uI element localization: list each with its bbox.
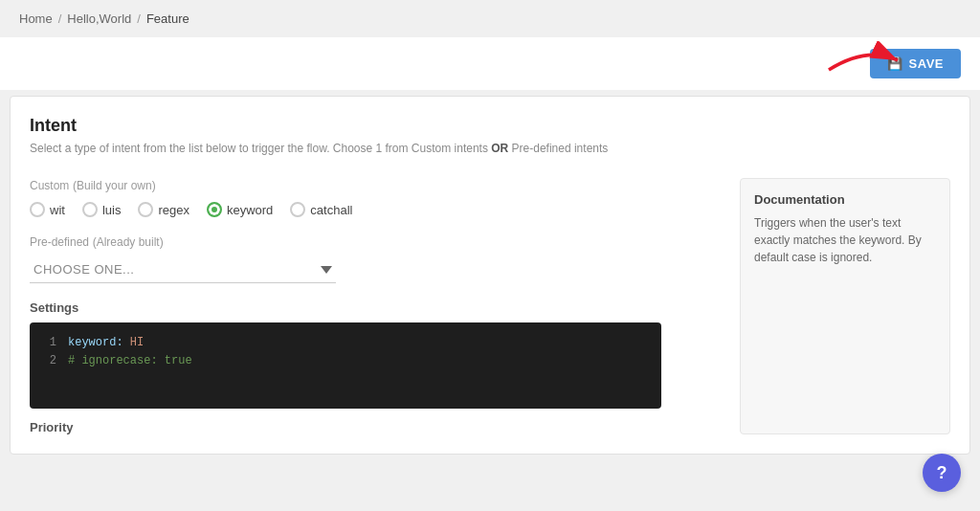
breadcrumb: Home / Hello,World / Feature	[0, 0, 980, 37]
intent-subtitle: Select a type of intent from the list be…	[30, 142, 950, 155]
toolbar: 💾 SAVE	[0, 37, 980, 90]
radio-item-wit[interactable]: wit	[30, 202, 65, 217]
predefined-sublabel: (Already built)	[93, 235, 164, 249]
left-panel: Custom (Build your own) wit luis regex	[30, 178, 721, 434]
code-value-1: HI	[130, 336, 144, 349]
priority-label: Priority	[30, 420, 721, 434]
custom-label-text: Custom	[30, 179, 69, 192]
choose-text: CHOOSE ONE...	[33, 262, 134, 277]
intent-subtitle-or: OR	[491, 142, 508, 155]
radio-item-luis[interactable]: luis	[82, 202, 122, 217]
radio-item-regex[interactable]: regex	[138, 202, 189, 217]
doc-text: Triggers when the user's text exactly ma…	[754, 214, 936, 266]
radio-wit[interactable]	[30, 202, 45, 217]
breadcrumb-sep1: /	[58, 11, 62, 26]
radio-luis-label: luis	[102, 203, 122, 217]
code-editor[interactable]: 1 keyword: HI 2 # ignorecase: true	[30, 322, 661, 409]
save-label: SAVE	[909, 56, 944, 71]
content-row: Custom (Build your own) wit luis regex	[30, 178, 950, 434]
help-button[interactable]: ?	[923, 454, 961, 492]
radio-luis[interactable]	[82, 202, 98, 217]
code-comment-2: # ignorecase: true	[68, 352, 192, 370]
breadcrumb-sep2: /	[137, 11, 141, 26]
settings-label: Settings	[30, 300, 721, 315]
radio-catchall[interactable]	[290, 202, 305, 217]
custom-label: Custom (Build your own)	[30, 178, 721, 192]
radio-regex-label: regex	[158, 203, 189, 217]
radio-item-keyword[interactable]: keyword	[207, 202, 273, 217]
code-line-1: 1 keyword: HI	[41, 334, 650, 352]
radio-group-custom: wit luis regex keyword	[30, 202, 721, 217]
radio-regex[interactable]	[138, 202, 153, 217]
breadcrumb-current: Feature	[146, 11, 189, 26]
code-content-1: keyword: HI	[68, 334, 144, 352]
arrow-annotation	[819, 41, 905, 79]
breadcrumb-home[interactable]: Home	[19, 11, 53, 26]
doc-title: Documentation	[754, 192, 936, 207]
main-card: Intent Select a type of intent from the …	[10, 96, 970, 455]
intent-subtitle-start: Select a type of intent from the list be…	[30, 142, 491, 155]
custom-sublabel: (Build your own)	[73, 179, 156, 192]
radio-wit-label: wit	[50, 203, 65, 217]
intent-title: Intent	[30, 116, 950, 136]
code-line-2: 2 # ignorecase: true	[41, 352, 650, 370]
code-key-1: keyword:	[68, 336, 123, 349]
radio-item-catchall[interactable]: catchall	[290, 202, 352, 217]
radio-keyword-label: keyword	[227, 203, 273, 217]
documentation-panel: Documentation Triggers when the user's t…	[740, 178, 950, 434]
line-number-2: 2	[41, 352, 56, 370]
dropdown-arrow-icon	[321, 266, 332, 274]
intent-subtitle-end: Pre-defined intents	[512, 142, 609, 155]
predefined-label: Pre-defined (Already built)	[30, 234, 721, 249]
help-icon: ?	[937, 463, 947, 483]
radio-catchall-label: catchall	[310, 203, 352, 217]
radio-keyword[interactable]	[207, 202, 222, 217]
breadcrumb-project[interactable]: Hello,World	[67, 11, 131, 26]
line-number-1: 1	[41, 334, 56, 352]
predefined-dropdown[interactable]: CHOOSE ONE...	[30, 256, 336, 283]
predefined-label-text: Pre-defined	[30, 235, 89, 249]
